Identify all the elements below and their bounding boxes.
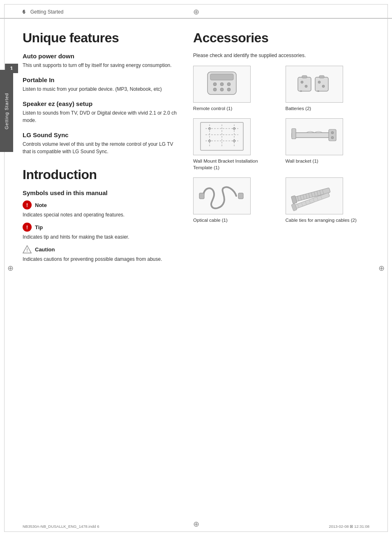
svg-point-35	[331, 136, 334, 139]
crosshair-right-icon: ⊕	[378, 264, 385, 273]
symbols-title: Symbols used in this manual	[23, 189, 177, 196]
right-column: Accessories Please check and identify th…	[189, 31, 369, 265]
svg-point-4	[213, 83, 217, 86]
footer-date-info: 2013-02-08 ⊠ 12:31:08	[329, 524, 369, 529]
page-footer: NB3530A-NB_DUSALLK_ENG_1478.indd 6 2013-…	[23, 524, 369, 529]
remote-image	[193, 66, 251, 103]
batteries-label: Batteries (2)	[286, 105, 311, 112]
svg-point-8	[220, 88, 224, 91]
svg-rect-11	[302, 76, 307, 78]
accessories-title: Accessories	[193, 31, 369, 45]
accessory-wall-bracket: Wall bracket (1)	[286, 118, 369, 171]
symbol-note-row: ! Note	[23, 200, 177, 209]
caution-icon: !	[23, 245, 32, 254]
feature-title-auto-power: Auto power down	[23, 53, 177, 60]
svg-text:×: ×	[317, 89, 319, 93]
accessory-batteries: × × Batteries (2)	[286, 66, 369, 112]
wall-mount-template-image	[193, 118, 251, 155]
svg-rect-32	[292, 129, 296, 139]
svg-rect-33	[329, 129, 336, 141]
feature-text-portable: Listen to music from your portable devic…	[23, 85, 177, 93]
svg-rect-15	[319, 76, 324, 78]
accessories-grid: Remote control (1)	[193, 66, 369, 223]
caution-desc: Indicates cautions for preventing possib…	[23, 255, 177, 263]
accessory-remote: Remote control (1)	[193, 66, 277, 112]
cable-ties-label: Cable ties for arranging cables (2)	[286, 217, 357, 223]
accessory-cable-ties: Cable ties for arranging cables (2)	[286, 177, 369, 223]
note-icon: !	[23, 200, 32, 209]
feature-text-auto-power: This unit supports to turn off by itself…	[23, 62, 177, 69]
introduction-section: Introduction Symbols used in this manual…	[23, 168, 177, 263]
introduction-title: Introduction	[23, 168, 177, 182]
svg-text:×: ×	[300, 89, 302, 93]
svg-point-17	[322, 85, 325, 87]
svg-point-5	[220, 83, 224, 86]
wall-mount-template-label: Wall Mount Bracket Installation Template…	[193, 158, 277, 171]
feature-title-portable: Portable In	[23, 76, 177, 83]
wall-bracket-image	[286, 118, 343, 155]
optical-cable-image	[193, 177, 251, 214]
svg-point-13	[305, 85, 307, 87]
tip-icon: !	[23, 223, 32, 232]
accessories-intro: Please check and identify the supplied a…	[193, 53, 369, 58]
optical-cable-label: Optical cable (1)	[193, 217, 228, 223]
svg-point-12	[301, 81, 303, 83]
main-content: Unique features Auto power down This uni…	[0, 18, 392, 277]
svg-rect-31	[292, 133, 331, 138]
accessory-optical-cable: Optical cable (1)	[193, 177, 277, 223]
wall-bracket-label: Wall bracket (1)	[286, 158, 318, 164]
feature-item-lg-sound-sync: LG Sound Sync Controls volume level of t…	[23, 131, 177, 155]
sidebar-tab: Getting Started	[0, 70, 13, 152]
svg-point-7	[213, 88, 217, 91]
svg-text:!: !	[26, 248, 28, 253]
symbol-caution-row: ! Caution	[23, 245, 177, 254]
sidebar-tab-label: Getting Started	[4, 93, 9, 129]
unique-features-title: Unique features	[23, 31, 177, 45]
svg-point-9	[227, 88, 231, 91]
svg-point-6	[227, 83, 231, 86]
feature-item-auto-power: Auto power down This unit supports to tu…	[23, 53, 177, 69]
feature-text-lg-sound-sync: Controls volume level of this unit by th…	[23, 140, 177, 155]
svg-rect-37	[238, 193, 243, 199]
feature-item-speaker-ez: Speaker ez (easy) setup Listen to sounds…	[23, 100, 177, 124]
feature-title-speaker-ez: Speaker ez (easy) setup	[23, 100, 177, 107]
svg-point-34	[331, 131, 334, 134]
accessories-title-row: Accessories	[193, 31, 369, 45]
batteries-image: × ×	[286, 66, 343, 103]
tip-label: Tip	[35, 224, 43, 230]
left-column: Unique features Auto power down This uni…	[23, 31, 189, 265]
crosshair-left-icon: ⊕	[7, 264, 14, 273]
caution-label: Caution	[35, 246, 55, 253]
note-label: Note	[35, 202, 47, 208]
page-number: 6	[23, 9, 25, 15]
feature-title-lg-sound-sync: LG Sound Sync	[23, 131, 177, 138]
feature-item-portable: Portable In Listen to music from your po…	[23, 76, 177, 93]
header-section: Getting Started	[30, 9, 64, 15]
svg-rect-3	[210, 74, 233, 80]
features-list: Auto power down This unit supports to tu…	[23, 53, 177, 155]
remote-label: Remote control (1)	[193, 105, 232, 112]
svg-point-16	[318, 81, 321, 83]
svg-rect-36	[199, 193, 204, 199]
feature-text-speaker-ez: Listen to sounds from TV, DVD or Digital…	[23, 109, 177, 124]
cable-ties-image	[286, 177, 343, 214]
symbol-tip-row: ! Tip	[23, 223, 177, 232]
tip-desc: Indicates tip and hints for making the t…	[23, 233, 177, 241]
accessory-wall-mount-template: Wall Mount Bracket Installation Template…	[193, 118, 277, 171]
crosshair-top-icon: ⊕	[193, 7, 199, 16]
footer-file-info: NB3530A-NB_DUSALLK_ENG_1478.indd 6	[23, 524, 99, 529]
note-desc: Indicates special notes and operating fe…	[23, 211, 177, 219]
